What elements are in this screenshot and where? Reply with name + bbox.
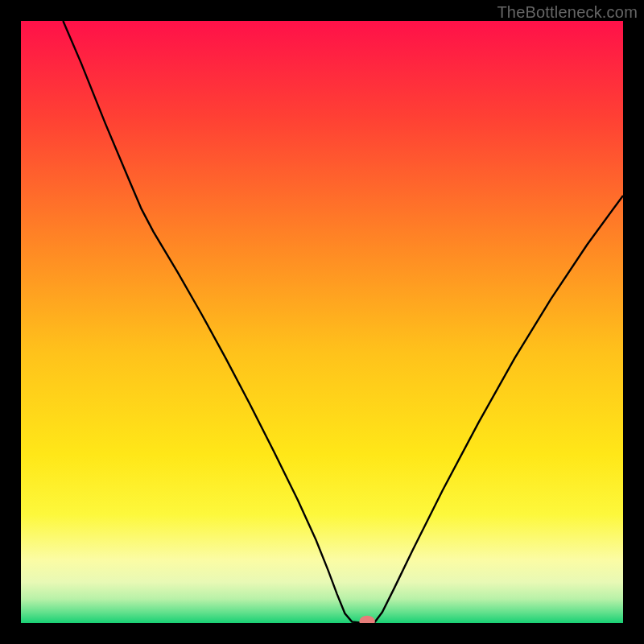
bottleneck-plot-svg <box>21 21 623 623</box>
watermark-text: TheBottleneck.com <box>497 3 638 22</box>
chart-frame: TheBottleneck.com <box>0 0 644 644</box>
gradient-background <box>21 21 623 623</box>
plot-area <box>21 21 623 623</box>
